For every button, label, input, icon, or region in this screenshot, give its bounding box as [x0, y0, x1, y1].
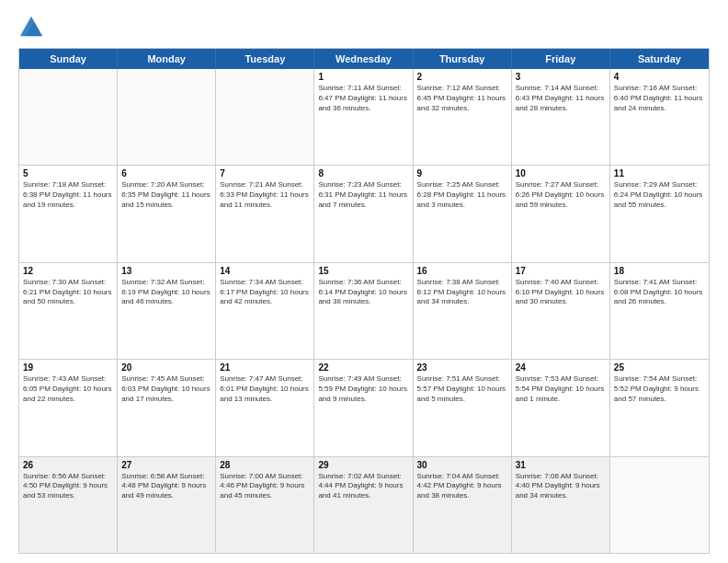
cal-cell: 29Sunrise: 7:02 AM Sunset: 4:44 PM Dayli… — [314, 457, 413, 553]
cal-cell: 17Sunrise: 7:40 AM Sunset: 6:10 PM Dayli… — [512, 263, 610, 359]
day-info: Sunrise: 7:41 AM Sunset: 6:08 PM Dayligh… — [614, 278, 705, 307]
day-number: 23 — [417, 362, 507, 373]
day-info: Sunrise: 7:38 AM Sunset: 6:12 PM Dayligh… — [417, 278, 507, 307]
day-number: 3 — [516, 72, 606, 82]
day-info: Sunrise: 7:36 AM Sunset: 6:14 PM Dayligh… — [318, 278, 408, 307]
cal-cell: 2Sunrise: 7:12 AM Sunset: 6:45 PM Daylig… — [414, 69, 512, 165]
day-number: 31 — [516, 460, 606, 470]
day-info: Sunrise: 7:45 AM Sunset: 6:03 PM Dayligh… — [121, 374, 211, 404]
header-day-tuesday: Tuesday — [216, 49, 314, 69]
cal-cell: 25Sunrise: 7:54 AM Sunset: 5:52 PM Dayli… — [610, 360, 709, 455]
day-number: 15 — [318, 266, 408, 276]
cal-cell: 16Sunrise: 7:38 AM Sunset: 6:12 PM Dayli… — [414, 263, 512, 359]
cal-cell: 6Sunrise: 7:20 AM Sunset: 6:35 PM Daylig… — [118, 166, 216, 261]
day-number: 6 — [121, 168, 211, 178]
header-day-sunday: Sunday — [19, 49, 118, 69]
cal-cell: 22Sunrise: 7:49 AM Sunset: 5:59 PM Dayli… — [314, 360, 413, 455]
day-info: Sunrise: 6:56 AM Sunset: 4:50 PM Dayligh… — [23, 472, 113, 501]
cal-cell: 20Sunrise: 7:45 AM Sunset: 6:03 PM Dayli… — [118, 360, 216, 455]
day-info: Sunrise: 7:51 AM Sunset: 5:57 PM Dayligh… — [417, 374, 507, 404]
day-number: 22 — [318, 362, 408, 373]
cal-cell: 4Sunrise: 7:16 AM Sunset: 6:40 PM Daylig… — [610, 69, 709, 165]
day-number: 29 — [318, 460, 408, 470]
day-info: Sunrise: 7:29 AM Sunset: 6:24 PM Dayligh… — [614, 180, 705, 210]
day-info: Sunrise: 7:20 AM Sunset: 6:35 PM Dayligh… — [121, 180, 211, 210]
day-info: Sunrise: 7:25 AM Sunset: 6:28 PM Dayligh… — [417, 180, 507, 210]
cal-cell: 9Sunrise: 7:25 AM Sunset: 6:28 PM Daylig… — [414, 166, 512, 261]
cal-cell: 28Sunrise: 7:00 AM Sunset: 4:46 PM Dayli… — [216, 457, 314, 553]
week-row-2: 5Sunrise: 7:18 AM Sunset: 6:38 PM Daylig… — [19, 166, 709, 262]
day-info: Sunrise: 7:04 AM Sunset: 4:42 PM Dayligh… — [417, 472, 507, 501]
day-number: 26 — [23, 460, 113, 470]
day-info: Sunrise: 7:12 AM Sunset: 6:45 PM Dayligh… — [417, 84, 507, 113]
calendar: SundayMondayTuesdayWednesdayThursdayFrid… — [18, 48, 710, 554]
day-info: Sunrise: 7:21 AM Sunset: 6:33 PM Dayligh… — [220, 180, 310, 210]
cal-cell: 10Sunrise: 7:27 AM Sunset: 6:26 PM Dayli… — [512, 166, 610, 261]
cal-cell: 8Sunrise: 7:23 AM Sunset: 6:31 PM Daylig… — [314, 166, 413, 261]
day-number: 7 — [220, 168, 310, 178]
day-info: Sunrise: 7:11 AM Sunset: 6:47 PM Dayligh… — [318, 84, 408, 113]
week-row-3: 12Sunrise: 7:30 AM Sunset: 6:21 PM Dayli… — [19, 263, 709, 360]
day-number: 1 — [318, 72, 408, 82]
day-number: 5 — [23, 168, 113, 178]
day-number: 11 — [614, 168, 705, 178]
day-number: 17 — [516, 266, 606, 276]
week-row-1: 1Sunrise: 7:11 AM Sunset: 6:47 PM Daylig… — [19, 69, 709, 166]
logo — [18, 15, 48, 40]
day-number: 20 — [121, 362, 211, 373]
cal-cell: 3Sunrise: 7:14 AM Sunset: 6:43 PM Daylig… — [512, 69, 610, 165]
day-number: 28 — [220, 460, 310, 470]
cal-cell: 31Sunrise: 7:06 AM Sunset: 4:40 PM Dayli… — [512, 457, 610, 553]
day-number: 10 — [516, 168, 606, 178]
day-info: Sunrise: 7:18 AM Sunset: 6:38 PM Dayligh… — [23, 180, 113, 210]
calendar-body: 1Sunrise: 7:11 AM Sunset: 6:47 PM Daylig… — [19, 69, 709, 553]
cal-cell: 23Sunrise: 7:51 AM Sunset: 5:57 PM Dayli… — [414, 360, 512, 455]
cal-cell: 7Sunrise: 7:21 AM Sunset: 6:33 PM Daylig… — [216, 166, 314, 261]
day-info: Sunrise: 7:16 AM Sunset: 6:40 PM Dayligh… — [614, 84, 705, 113]
cal-cell: 30Sunrise: 7:04 AM Sunset: 4:42 PM Dayli… — [414, 457, 512, 553]
day-number: 9 — [417, 168, 507, 178]
day-info: Sunrise: 7:49 AM Sunset: 5:59 PM Dayligh… — [318, 374, 408, 404]
day-info: Sunrise: 7:23 AM Sunset: 6:31 PM Dayligh… — [318, 180, 408, 210]
day-info: Sunrise: 7:53 AM Sunset: 5:54 PM Dayligh… — [516, 374, 606, 404]
header-day-saturday: Saturday — [610, 49, 709, 69]
cal-cell: 19Sunrise: 7:43 AM Sunset: 6:05 PM Dayli… — [19, 360, 118, 455]
day-number: 21 — [220, 362, 310, 373]
cal-cell: 1Sunrise: 7:11 AM Sunset: 6:47 PM Daylig… — [314, 69, 413, 165]
day-number: 25 — [614, 362, 705, 373]
cal-cell: 15Sunrise: 7:36 AM Sunset: 6:14 PM Dayli… — [314, 263, 413, 359]
logo-icon — [18, 15, 44, 40]
cal-cell: 21Sunrise: 7:47 AM Sunset: 6:01 PM Dayli… — [216, 360, 314, 455]
day-info: Sunrise: 7:14 AM Sunset: 6:43 PM Dayligh… — [516, 84, 606, 113]
header-day-monday: Monday — [118, 49, 216, 69]
day-number: 30 — [417, 460, 507, 470]
page: SundayMondayTuesdayWednesdayThursdayFrid… — [0, 0, 728, 563]
day-number: 18 — [614, 266, 705, 276]
day-number: 24 — [516, 362, 606, 373]
cal-cell: 26Sunrise: 6:56 AM Sunset: 4:50 PM Dayli… — [19, 457, 118, 553]
cal-cell — [118, 69, 216, 165]
cal-cell: 11Sunrise: 7:29 AM Sunset: 6:24 PM Dayli… — [610, 166, 709, 261]
day-number: 27 — [121, 460, 211, 470]
day-info: Sunrise: 7:40 AM Sunset: 6:10 PM Dayligh… — [516, 278, 606, 307]
cal-cell — [19, 69, 118, 165]
day-info: Sunrise: 7:54 AM Sunset: 5:52 PM Dayligh… — [614, 374, 705, 404]
day-number: 19 — [23, 362, 113, 373]
cal-cell: 12Sunrise: 7:30 AM Sunset: 6:21 PM Dayli… — [19, 263, 118, 359]
day-info: Sunrise: 7:34 AM Sunset: 6:17 PM Dayligh… — [220, 278, 310, 307]
day-number: 14 — [220, 266, 310, 276]
day-info: Sunrise: 7:47 AM Sunset: 6:01 PM Dayligh… — [220, 374, 310, 404]
day-number: 12 — [23, 266, 113, 276]
header-day-thursday: Thursday — [414, 49, 512, 69]
cal-cell — [216, 69, 314, 165]
day-info: Sunrise: 6:58 AM Sunset: 4:48 PM Dayligh… — [121, 472, 211, 501]
day-info: Sunrise: 7:30 AM Sunset: 6:21 PM Dayligh… — [23, 278, 113, 307]
day-number: 4 — [614, 72, 705, 82]
day-info: Sunrise: 7:32 AM Sunset: 6:19 PM Dayligh… — [121, 278, 211, 307]
cal-cell: 5Sunrise: 7:18 AM Sunset: 6:38 PM Daylig… — [19, 166, 118, 261]
cal-cell — [610, 457, 709, 553]
day-number: 8 — [318, 168, 408, 178]
day-number: 16 — [417, 266, 507, 276]
day-info: Sunrise: 7:27 AM Sunset: 6:26 PM Dayligh… — [516, 180, 606, 210]
week-row-5: 26Sunrise: 6:56 AM Sunset: 4:50 PM Dayli… — [19, 457, 709, 553]
